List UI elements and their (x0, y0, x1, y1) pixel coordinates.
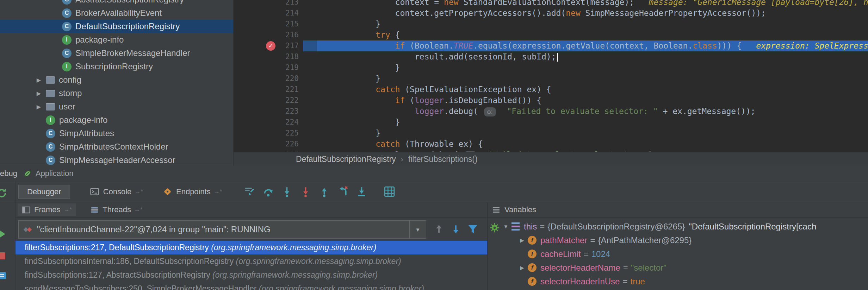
editor-line[interactable]: 213 context = new StandardEvaluationCont… (234, 0, 868, 8)
editor-line[interactable]: 220 } (234, 73, 868, 84)
chevron-down-icon[interactable]: ▼ (500, 223, 512, 229)
editor-line[interactable]: 214 context.getPropertyAccessors().add(n… (234, 8, 868, 19)
tree-item-SimpAttributesContextHolder[interactable]: CSimpAttributesContextHolder (0, 140, 233, 153)
tree-item-DefaultSubscriptionRegistry[interactable]: CDefaultSubscriptionRegistry (0, 20, 233, 33)
editor-line[interactable]: ✓217 if (Boolean.TRUE.equals(expression.… (234, 40, 868, 51)
arrow-down-icon[interactable] (450, 223, 462, 235)
code-text: context = new StandardEvaluationContext(… (317, 0, 868, 8)
editor-line[interactable]: 219 } (234, 62, 868, 73)
editor-line[interactable]: 216 try { (234, 30, 868, 40)
variable-row[interactable]: fselectorHeaderInUse=true (488, 275, 868, 288)
breadcrumb-class[interactable]: DefaultSubscriptionRegistry (296, 155, 396, 164)
line-number: 219 (285, 63, 299, 72)
editor-line[interactable]: 222 if (logger.isDebugEnabled()) { (234, 95, 868, 106)
editor-line[interactable]: 226 catch (Throwable ex) { (234, 139, 868, 150)
debug-tab-label[interactable]: ebug (0, 169, 17, 178)
debugger-step-toolbar (244, 186, 402, 197)
line-number: 216 (285, 31, 299, 39)
stack-frame[interactable]: findSubscriptions:127, AbstractSubscript… (16, 268, 487, 282)
stop-icon[interactable] (0, 250, 7, 261)
code-editor[interactable]: 213 context = new StandardEvaluationCont… (234, 0, 868, 152)
tab-frames[interactable]: Frames →* (18, 203, 76, 216)
stack-frame[interactable]: sendMessageToSubscribers:250, SimpleBrok… (16, 282, 487, 290)
drop-frame-icon[interactable] (337, 186, 349, 197)
variable-value: 1024 (591, 249, 610, 259)
code-text: logger.debug( o: "Failed to evaluate sel… (317, 150, 868, 152)
editor-line[interactable]: 227 logger.debug( o: "Failed to evaluate… (234, 150, 868, 152)
stack-frame[interactable]: filterSubscriptions:217, DefaultSubscrip… (16, 241, 487, 254)
class-icon: C (62, 8, 72, 18)
tree-item-SimpAttributes[interactable]: CSimpAttributes (0, 127, 233, 140)
editor-line[interactable]: 221 catch (SpelEvaluationException ex) { (234, 84, 868, 95)
object-icon (512, 222, 520, 231)
line-number: 224 (285, 118, 299, 126)
tab-endpoints-label: Endpoints (176, 187, 211, 196)
gutter: 225 (234, 128, 303, 139)
step-out-icon[interactable] (318, 186, 330, 197)
variable-name: cacheLimit (540, 249, 581, 259)
gutter: ✓217 (234, 40, 303, 51)
frames-icon (22, 206, 31, 214)
tree-item-config[interactable]: ▶config (0, 73, 233, 87)
editor-line[interactable]: 223 logger.debug( o: "Failed to evaluate… (234, 106, 868, 117)
thread-selector[interactable]: "clientInboundChannel-22"@7,024 in group… (18, 220, 426, 239)
tree-item-package-info[interactable]: Ipackage-info (0, 113, 233, 127)
tab-endpoints[interactable]: Endpoints →* (163, 187, 222, 196)
thread-dump-icon[interactable] (0, 270, 7, 281)
tree-item-package-info[interactable]: Ipackage-info (0, 33, 233, 46)
resume-icon[interactable] (0, 228, 7, 240)
project-tree: CAbstractSubscriptionRegistryCBrokerAvai… (0, 0, 233, 166)
chevron-right-icon[interactable]: ▶ (516, 237, 528, 244)
fold-gutter (303, 128, 317, 139)
tree-item-stomp[interactable]: ▶stomp (0, 87, 233, 100)
show-execution-point-icon[interactable] (244, 186, 255, 197)
tree-item-label: SubscriptionRegistry (75, 62, 153, 71)
editor-line[interactable]: 225 } (234, 128, 868, 139)
rerun-icon[interactable] (0, 188, 7, 199)
chevron-right-icon[interactable]: ▶ (32, 77, 46, 83)
frame-location: findSubscriptions:127, AbstractSubscript… (25, 270, 212, 279)
editor-line[interactable]: 224 } (234, 117, 868, 128)
frames-header: Frames →* Threads →* (16, 202, 487, 218)
chevron-down-icon[interactable]: ▼ (410, 227, 426, 233)
tree-item-AbstractSubscriptionRegistry[interactable]: CAbstractSubscriptionRegistry (0, 0, 233, 6)
variable-row[interactable]: fcacheLimit=1024 (488, 247, 868, 261)
chevron-right-icon[interactable]: ▶ (32, 103, 46, 110)
tree-item-SimpMessageHeaderAccessor[interactable]: CSimpMessageHeaderAccessor (0, 153, 233, 166)
fold-gutter (303, 0, 317, 8)
tree-item-BrokerAvailabilityEvent[interactable]: CBrokerAvailabilityEvent (0, 6, 233, 20)
breakpoint-icon[interactable]: ✓ (266, 41, 275, 51)
variable-reference: {AntPathMatcher@6295} (598, 235, 692, 245)
variable-row[interactable]: ▶fpathMatcher={AntPathMatcher@6295} (488, 233, 868, 247)
evaluate-expression-icon[interactable] (384, 186, 395, 197)
gutter: 218 (234, 51, 303, 62)
arrow-up-icon[interactable] (433, 223, 445, 235)
tab-threads[interactable]: Threads →* (86, 203, 147, 216)
line-number: 218 (285, 52, 299, 61)
editor-line[interactable]: 218 result.add(sessionId, subId); (234, 51, 868, 62)
code-text: if (Boolean.TRUE.equals(expression.getVa… (317, 40, 868, 51)
variable-row[interactable]: ▼this={DefaultSubscriptionRegistry@6265}… (488, 220, 868, 233)
variable-value: true (630, 277, 645, 286)
variable-row[interactable]: ▶fselectorHeaderName="selector" (488, 261, 868, 275)
tab-debugger[interactable]: Debugger (18, 185, 70, 199)
breadcrumb-method[interactable]: filterSubscriptions() (408, 155, 478, 164)
chevron-right-icon[interactable]: ▶ (32, 90, 46, 97)
tab-console[interactable]: Console →* (90, 187, 143, 196)
run-to-cursor-icon[interactable] (356, 186, 367, 197)
tab-frames-label: Frames (34, 205, 61, 214)
stack-frame[interactable]: findSubscriptionsInternal:186, DefaultSu… (16, 254, 487, 268)
tree-item-label: package-info (75, 35, 124, 45)
code-text: context.getPropertyAccessors().add(new S… (317, 8, 868, 19)
step-into-icon[interactable] (281, 186, 293, 197)
editor-line[interactable]: 215 } (234, 19, 868, 30)
class-icon: C (62, 22, 72, 31)
tree-item-SubscriptionRegistry[interactable]: ISubscriptionRegistry (0, 60, 233, 73)
tree-item-SimpleBrokerMessageHandler[interactable]: CSimpleBrokerMessageHandler (0, 46, 233, 60)
chevron-right-icon[interactable]: ▶ (516, 265, 528, 271)
filter-icon[interactable] (467, 223, 479, 235)
tree-item-user[interactable]: ▶user (0, 100, 233, 113)
force-step-into-icon[interactable] (300, 186, 311, 197)
step-over-icon[interactable] (262, 186, 274, 197)
fold-gutter (303, 19, 317, 30)
